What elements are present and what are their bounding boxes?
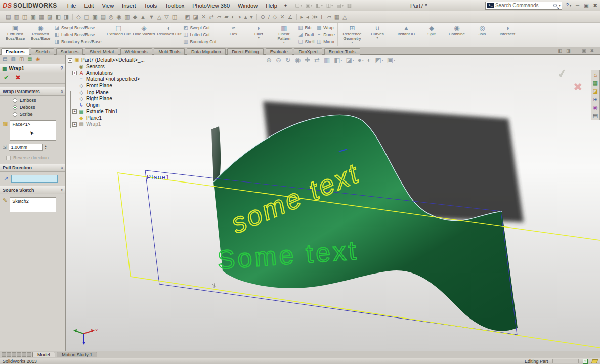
toolbar-icon[interactable]: ▤ [6,14,11,20]
expand-toggle[interactable]: + [72,109,77,114]
view-tool-icon[interactable]: ▣ ▾ [387,56,395,64]
tree-root[interactable]: − ▣ Part7 (Default<<Default>_... [68,57,145,64]
menu-item[interactable]: Window [234,1,262,10]
ribbon-button[interactable]: ◐ Revolved Cut [156,23,182,46]
toolbar-icon[interactable]: ⊙ [261,14,265,20]
wrap-type-radio[interactable]: Scribe [13,112,65,117]
ribbon-button[interactable]: ◈ Hole Wizard [131,23,156,46]
ribbon-button[interactable]: ▣ Extruded Boss/Base [3,23,28,46]
toolbar-icon[interactable]: ◇ [76,14,80,20]
quick-access-button[interactable]: ◧ ▾ [316,3,322,8]
view-tool-icon[interactable]: ◪ ▾ [346,56,354,64]
tree-item[interactable]: ◇ Front Plane [72,83,145,89]
view-tool-icon[interactable]: ◩ ▾ [375,56,383,64]
radio-button[interactable] [13,105,17,110]
toolbar-icon[interactable]: ▸ [301,14,304,20]
pin-icon[interactable]: ✦ [284,3,288,8]
ribbon-button[interactable]: ◓ Dome [316,31,335,38]
close-icon[interactable]: ✖ [593,3,597,8]
quick-access-button[interactable]: ▢ ▾ [295,3,302,8]
tab-scroll-button[interactable] [17,352,21,357]
collapse-chevron-icon[interactable]: » [59,90,64,93]
document-tab[interactable]: Model [32,352,55,357]
quick-tips-icon[interactable]: ? [583,359,588,364]
menu-item[interactable]: Toolbox [161,1,188,10]
pull-direction-header[interactable]: Pull Direction » [0,164,65,172]
ribbon-button[interactable]: ≈ Flex [221,23,246,46]
toolbar-icon[interactable]: ▽ [164,14,168,20]
toolbar-icon[interactable]: ◑ [238,14,241,20]
view-tool-icon[interactable]: ● ▾ [358,56,364,64]
confirm-check-icon[interactable]: ✔ [555,66,568,81]
command-tab[interactable]: Evaluate [266,48,292,55]
tree-item[interactable]: ↳ Origin [72,102,145,109]
toolbar-icon[interactable]: ∠ [288,14,293,20]
panel-tab-icon[interactable]: ▥ [11,57,15,62]
depth-stepper[interactable]: ▴ ▾ [45,145,47,150]
toolbar-icon[interactable]: ⇄ [209,14,213,20]
toolbar-icon[interactable]: ▥ [124,14,130,20]
ribbon-button[interactable]: ◫ Lofted Cut [183,31,216,38]
radio-button[interactable] [13,98,17,103]
ribbon-button[interactable]: ▥ Boundary Cut [183,38,216,46]
ribbon-button[interactable]: ◗ Fillet ▾ [246,23,271,46]
pane-control-icon[interactable]: ✖ [590,48,594,53]
ribbon-button[interactable]: ◪ Swept Boss/Base [54,24,101,31]
ok-button[interactable]: ✔ [4,75,9,81]
toolbar-icon[interactable]: ▨ [47,14,52,20]
pane-control-icon[interactable]: ▣ [582,48,586,53]
tab-scroll-button[interactable] [12,352,16,357]
collapse-chevron-icon[interactable]: » [59,166,64,169]
view-tool-icon[interactable]: ⇄ [314,56,320,64]
search-icon[interactable] [553,4,557,7]
ribbon-button[interactable]: ◉ Revolved Boss/Base [28,23,53,46]
ribbon-button[interactable]: ▢ Shell [297,38,314,46]
confirm-cancel-icon[interactable]: ✖ [573,81,582,94]
toolbar-icon[interactable]: ◆ [133,14,137,20]
tag-icon[interactable] [591,359,598,363]
depth-input[interactable]: 1.00mm [9,144,43,151]
view-tool-icon[interactable]: ◐ [367,56,372,64]
model-canvas[interactable]: Plane1 some text Some text ✔ ✖ × [66,55,600,351]
toolbar-icon[interactable]: ◨ [64,14,69,20]
command-tab[interactable]: Direct Editing [227,48,264,55]
ribbon-button[interactable]: ▤ Extruded Cut [106,23,131,46]
ribbon-button[interactable]: ◑ Intersect [495,23,520,46]
toolbar-icon[interactable]: ✕ [280,14,284,20]
source-sketch-box[interactable]: Sketch2 [10,197,56,212]
toolbar-icon[interactable]: ◇ [273,14,277,20]
tree-item[interactable]: ≡ Material <not specified> [72,76,145,83]
menu-item[interactable]: View [98,1,118,10]
task-pane-icon[interactable]: ◪ [593,88,598,94]
search-box[interactable]: >_ Search Commands ▾ [485,2,562,10]
radio-button[interactable] [13,112,17,117]
restore-icon[interactable]: ▣ [584,3,588,8]
quick-access-button[interactable]: ◫ ▾ [326,3,333,8]
view-tool-icon[interactable]: ▦ [324,56,330,64]
task-pane-icon[interactable]: ⌂ [594,72,597,78]
tree-item[interactable]: ◇ Right Plane [72,96,145,102]
task-pane-icon[interactable]: ⊞ [593,96,597,102]
ribbon-button[interactable]: ▲ Instant3D [394,23,419,46]
quick-access-button[interactable]: ▣ ▾ [306,3,312,8]
ribbon-button[interactable]: ◉ Combine [444,23,469,46]
menu-item[interactable]: PhotoView 360 [188,1,234,10]
view-tool-icon[interactable]: ◧ ▾ [334,56,342,64]
toolbar-icon[interactable]: △ [157,14,161,20]
toolbar-icon[interactable]: ▣ [92,14,97,20]
toolbar-icon[interactable]: ◫ [22,14,27,20]
tab-scroll-button[interactable] [22,352,26,357]
toolbar-icon[interactable]: ▱ [217,14,221,20]
pane-control-icon[interactable]: ─ [575,48,578,53]
toolbar-icon[interactable]: ▦ [39,14,44,20]
quick-access-button[interactable]: ▤ ▾ [336,3,343,8]
panel-tab-icon[interactable]: ◫ [19,57,24,62]
tree-item[interactable]: + ▦ Extrude-Thin1 [72,109,145,115]
tree-item[interactable]: + ▩ Wrap1 [72,121,145,128]
task-pane-icon[interactable]: ◉ [593,104,598,110]
task-pane-icon[interactable]: ▤ [593,112,598,118]
ribbon-button[interactable]: ▦ Linear Pattern ▾ [271,23,296,46]
panel-tab-icon[interactable]: ◉ [36,57,40,62]
ribbon-button[interactable]: ◨ Boundary Boss/Base [54,38,101,46]
wrap-parameters-header[interactable]: Wrap Parameters » [0,87,65,96]
